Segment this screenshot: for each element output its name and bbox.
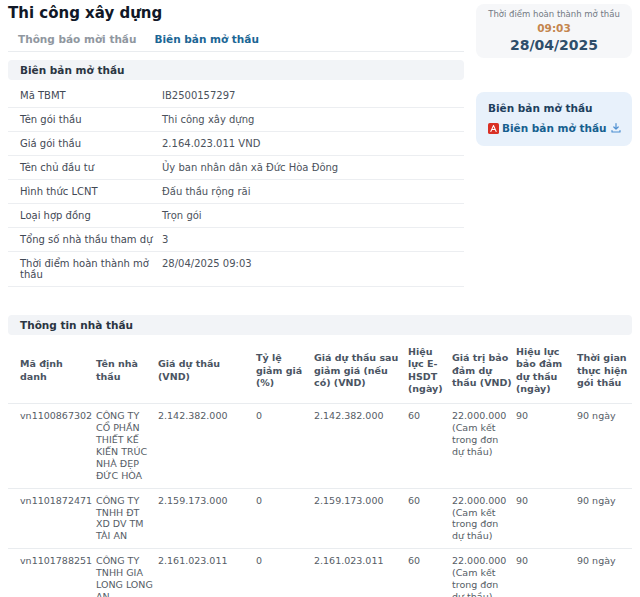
detail-label: Tổng số nhà thầu tham dự (20, 234, 162, 245)
detail-list: Mã TBMT IB2500157297 Tên gói thầu Thi cô… (8, 84, 464, 287)
table-cell: 90 (516, 404, 577, 488)
column-header: Hiệu lực E-HSDT (ngày) (408, 338, 452, 404)
table-cell: CÔNG TY TNHH GIA LONG LONG AN (96, 549, 158, 597)
table-cell: 60 (408, 404, 452, 488)
detail-label: Tên chủ đầu tư (20, 162, 162, 173)
detail-label: Mã TBMT (20, 90, 162, 101)
detail-row: Mã TBMT IB2500157297 (8, 84, 464, 108)
column-header: Giá trị bảo đảm dự thầu (VND) (452, 338, 516, 404)
detail-row: Loại hợp đồng Trọn gói (8, 204, 464, 228)
detail-row: Thời điểm hoàn thành mở thầu 28/04/2025 … (8, 252, 464, 287)
detail-label: Tên gói thầu (20, 114, 162, 125)
table-cell: 90 ngày (577, 549, 632, 597)
detail-value: 2.164.023.011 VND (162, 138, 260, 149)
column-header: Thời gian thực hiện gói thầu (577, 338, 632, 404)
detail-label: Giá gói thầu (20, 138, 162, 149)
completion-time-label: Thời điểm hoàn thành mở thầu (488, 9, 620, 19)
detail-value: Ủy ban nhân dân xã Đức Hòa Đông (162, 162, 338, 173)
table-cell: 0 (256, 549, 314, 597)
detail-value: 3 (162, 234, 168, 245)
section-header-bien-ban-mo-thau: Biên bản mở thầu (8, 60, 464, 80)
page-title: Thi công xây dựng (8, 4, 162, 22)
column-header: Tên nhà thầu (96, 338, 158, 404)
table-cell: 22.000.000 (Cam kết trong đơn dự thầu) (452, 549, 516, 597)
table-cell: 0 (256, 404, 314, 488)
bid-opening-page: Thi công xây dựng Thông báo mời thầu Biê… (0, 0, 640, 597)
bidder-table: Mã định danhTên nhà thầuGiá dự thầu (VND… (8, 338, 632, 597)
detail-value: IB2500157297 (162, 90, 235, 101)
table-cell: 2.142.382.000 (314, 404, 408, 488)
document-file-row: Biên bản mở thầu (488, 122, 622, 134)
table-cell: 2.159.173.000 (158, 488, 256, 549)
detail-row: Hình thức LCNT Đấu thầu rộng rãi (8, 180, 464, 204)
section-header-thong-tin-nha-thau: Thông tin nhà thầu (8, 315, 632, 335)
detail-value: Trọn gói (162, 210, 202, 221)
completion-time-value: 09:03 (537, 22, 570, 34)
table-row: vn1101788251CÔNG TY TNHH GIA LONG LONG A… (8, 549, 632, 597)
pdf-icon (488, 123, 499, 134)
table-cell: CÔNG TY CỔ PHẦN THIẾT KẾ KIẾN TRÚC NHÀ Đ… (96, 404, 158, 488)
tab-bar: Thông báo mời thầu Biên bản mở thầu (18, 33, 259, 51)
table-cell: 2.142.382.000 (158, 404, 256, 488)
table-row: vn1100867302CÔNG TY CỔ PHẦN THIẾT KẾ KIẾ… (8, 404, 632, 488)
table-cell: vn1101788251 (8, 549, 96, 597)
table-header-row: Mã định danhTên nhà thầuGiá dự thầu (VND… (8, 338, 632, 404)
column-header: Giá dự thầu sau giảm giá (nếu có) (VND) (314, 338, 408, 404)
table-cell: 2.159.173.000 (314, 488, 408, 549)
detail-value: 28/04/2025 09:03 (162, 258, 252, 269)
detail-value: Đấu thầu rộng rãi (162, 186, 250, 197)
pdf-file-link[interactable]: Biên bản mở thầu (502, 122, 606, 134)
detail-row: Tên gói thầu Thi công xây dựng (8, 108, 464, 132)
tabs-divider (8, 51, 464, 52)
table-row: vn1101872471CÔNG TY TNHH ĐT XD DV TM TÀI… (8, 488, 632, 549)
column-header: Tỷ lệ giảm giá (%) (256, 338, 314, 404)
completion-time-card: Thời điểm hoàn thành mở thầu 09:03 28/04… (476, 4, 632, 58)
completion-date-value: 28/04/2025 (510, 37, 598, 53)
detail-label: Loại hợp đồng (20, 210, 162, 221)
download-icon (610, 122, 622, 134)
document-card: Biên bản mở thầu Biên bản mở thầu (476, 92, 632, 146)
tab-bien-ban-mo-thau[interactable]: Biên bản mở thầu (154, 33, 258, 51)
table-cell: 60 (408, 549, 452, 597)
table-cell: vn1101872471 (8, 488, 96, 549)
table-cell: 90 (516, 549, 577, 597)
detail-label: Thời điểm hoàn thành mở thầu (20, 258, 162, 280)
column-header: Hiệu lực bảo đảm dự thầu (ngày) (516, 338, 577, 404)
table-cell: 90 (516, 488, 577, 549)
table-cell: 22.000.000 (Cam kết trong đơn dự thầu) (452, 404, 516, 488)
detail-label: Hình thức LCNT (20, 186, 162, 197)
tab-thong-bao-moi-thau[interactable]: Thông báo mời thầu (18, 33, 136, 51)
table-cell: 22.000.000 (Cam kết trong đơn dự thầu) (452, 488, 516, 549)
detail-value: Thi công xây dựng (162, 114, 254, 125)
document-card-title: Biên bản mở thầu (488, 102, 622, 114)
table-cell: 60 (408, 488, 452, 549)
table-cell: 2.161.023.011 (158, 549, 256, 597)
table-cell: 0 (256, 488, 314, 549)
detail-row: Tên chủ đầu tư Ủy ban nhân dân xã Đức Hò… (8, 156, 464, 180)
detail-row: Giá gói thầu 2.164.023.011 VND (8, 132, 464, 156)
table-cell: 2.161.023.011 (314, 549, 408, 597)
column-header: Giá dự thầu (VND) (158, 338, 256, 404)
download-button[interactable] (610, 122, 622, 134)
table-cell: 90 ngày (577, 488, 632, 549)
table-cell: 90 ngày (577, 404, 632, 488)
table-cell: vn1100867302 (8, 404, 96, 488)
detail-row: Tổng số nhà thầu tham dự 3 (8, 228, 464, 252)
column-header: Mã định danh (8, 338, 96, 404)
table-cell: CÔNG TY TNHH ĐT XD DV TM TÀI AN (96, 488, 158, 549)
